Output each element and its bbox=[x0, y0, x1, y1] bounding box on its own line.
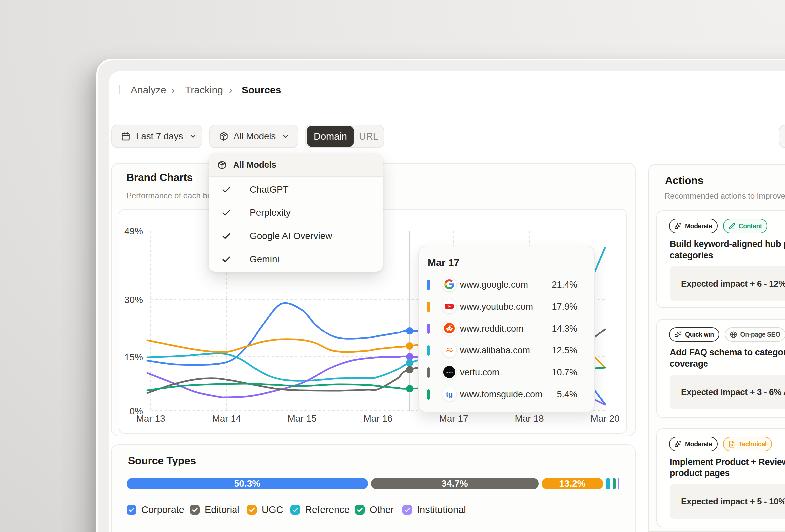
svg-text:VERTU: VERTU bbox=[446, 371, 453, 373]
svg-text:1688: 1688 bbox=[447, 347, 452, 350]
svg-text:tg: tg bbox=[446, 390, 453, 398]
